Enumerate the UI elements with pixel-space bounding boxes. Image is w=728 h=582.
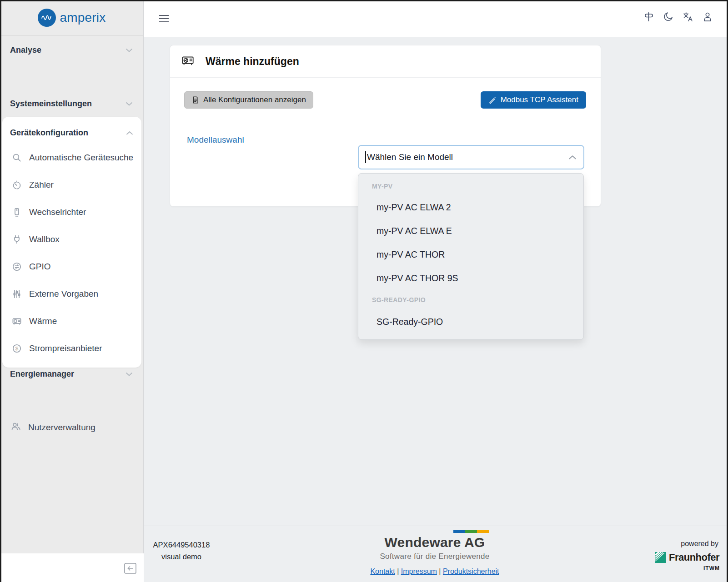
heatpump-icon [11, 316, 22, 327]
section-label: Gerätekonfiguration [10, 128, 88, 138]
arrow-left-square-icon [124, 562, 137, 574]
footer-links: Kontakt | Impressum | Produktsicherheit [367, 567, 503, 576]
card-actions: Alle Konfigurationen anzeigen Modbus TCP… [170, 78, 601, 109]
window-border-left [0, 0, 1, 582]
sidebar-item-label: Zähler [29, 180, 54, 190]
sidebar: amperix Analyse Systemeinstellungen Gerä… [0, 0, 144, 582]
chevron-up-icon [126, 131, 133, 135]
dark-mode-button[interactable] [663, 11, 674, 23]
sidebar-item-label: Nutzerverwaltung [28, 423, 95, 433]
heatpump-icon [181, 54, 195, 69]
inverter-icon [11, 207, 22, 218]
page-title: Wärme hinzufügen [206, 55, 299, 68]
plug-icon [11, 234, 22, 245]
wendeware-brand: Wendeware AG Software für die Energiewen… [367, 530, 503, 576]
company-tagline: Software für die Energiewende [367, 552, 503, 561]
dropdown-option[interactable]: my-PV AC THOR [358, 243, 583, 266]
modbus-tcp-assistant-button[interactable]: Modbus TCP Assistent [481, 91, 586, 109]
language-translate-icon [682, 11, 694, 23]
document-icon [191, 96, 200, 104]
window-border-top [0, 0, 728, 1]
sidebar-geraetekonfiguration-panel: Gerätekonfiguration Automatische Gerätes… [2, 117, 141, 368]
section-label: Systemeinstellungen [10, 99, 92, 109]
wand-icon [488, 96, 497, 104]
card-header: Wärme hinzufügen [170, 45, 601, 78]
topbar-actions [643, 11, 713, 23]
link-separator: | [397, 567, 399, 575]
model-select-input[interactable]: Wählen Sie ein Modell [358, 145, 584, 169]
collapse-sidebar-button[interactable] [124, 562, 137, 574]
sidebar-item-label: Wärme [29, 316, 57, 326]
language-button[interactable] [682, 11, 694, 23]
amperix-logo-icon [38, 9, 56, 27]
sidebar-section-geraetekonfiguration[interactable]: Gerätekonfiguration [2, 121, 141, 144]
sidebar-item-label: Automatische Gerätesuche [29, 153, 133, 163]
sidebar-item-wechselrichter[interactable]: Wechselrichter [2, 199, 141, 226]
app-logo-text: amperix [60, 10, 106, 25]
sliders-icon [11, 289, 22, 299]
hamburger-icon [159, 15, 169, 16]
device-id: APX6449540318 [153, 541, 210, 549]
model-select-dropdown: MY-PV my-PV AC ELWA 2 my-PV AC ELWA E my… [358, 173, 584, 340]
sidebar-item-automatische-geraetesuche[interactable]: Automatische Gerätesuche [2, 144, 141, 171]
sidebar-item-label: GPIO [29, 262, 51, 272]
signpost-button[interactable] [643, 11, 655, 23]
sidebar-item-label: Wallbox [29, 234, 60, 244]
topbar [144, 0, 728, 37]
dropdown-group-label: SG-READY-GPIO [358, 290, 583, 310]
link-separator: | [439, 567, 441, 575]
sidebar-item-label: Strompreisanbieter [29, 343, 102, 353]
fraunhofer-name: Fraunhofer [669, 552, 719, 563]
dropdown-option[interactable]: SG-Ready-GPIO [358, 310, 583, 333]
sidebar-item-externe-vorgaben[interactable]: Externe Vorgaben [2, 280, 141, 308]
wendeware-color-bar [453, 530, 489, 533]
sidebar-item-label: Externe Vorgaben [29, 289, 98, 299]
dropdown-option[interactable]: my-PV AC THOR 9S [358, 266, 583, 290]
show-all-configurations-button[interactable]: Alle Konfigurationen anzeigen [184, 91, 313, 109]
users-icon [10, 421, 21, 434]
section-label: Energiemanager [10, 369, 74, 379]
app-logo[interactable]: amperix [0, 0, 143, 36]
produktsicherheit-link[interactable]: Produktsicherheit [443, 567, 499, 575]
powered-by-text: powered by [668, 540, 718, 548]
dropdown-option[interactable]: my-PV AC ELWA 2 [358, 195, 583, 219]
model-selection-label: Modellauswahl [187, 129, 244, 145]
swap-arrows-icon [11, 261, 22, 272]
model-selection-row: Modellauswahl [170, 109, 601, 145]
sidebar-item-waerme[interactable]: Wärme [2, 308, 141, 335]
fraunhofer-logo-icon [655, 552, 666, 563]
sidebar-item-gpio[interactable]: GPIO [2, 253, 141, 280]
chevron-down-icon [126, 102, 132, 106]
price-icon: $ [11, 343, 22, 354]
sidebar-section-systemeinstellungen[interactable]: Systemeinstellungen [0, 95, 143, 112]
search-icon [11, 152, 22, 163]
meter-icon [11, 179, 22, 190]
section-label: Analyse [10, 45, 41, 55]
dropdown-group-label: MY-PV [358, 177, 583, 195]
company-name: Wendeware AG [367, 535, 503, 550]
sidebar-item-label: Wechselrichter [29, 207, 86, 217]
fraunhofer-institute: ITWM [703, 565, 720, 572]
account-person-icon [702, 11, 713, 23]
menu-toggle-button[interactable] [159, 13, 170, 24]
fraunhofer-logo: Fraunhofer [655, 552, 719, 563]
sidebar-section-analyse[interactable]: Analyse [0, 42, 143, 58]
svg-text:$: $ [15, 346, 19, 351]
model-select-value: Wählen Sie ein Modell [367, 152, 569, 162]
dark-mode-moon-icon [663, 11, 674, 23]
sidebar-item-nutzerverwaltung[interactable]: Nutzerverwaltung [0, 418, 143, 437]
impressum-link[interactable]: Impressum [401, 567, 437, 575]
device-info: APX6449540318 visual demo [153, 541, 210, 561]
sidebar-section-energiemanager[interactable]: Energiemanager [0, 366, 143, 382]
kontakt-link[interactable]: Kontakt [370, 567, 395, 575]
dropdown-option[interactable]: my-PV AC ELWA E [358, 219, 583, 243]
account-button[interactable] [702, 11, 713, 23]
signpost-icon [643, 11, 655, 23]
text-caret [365, 151, 366, 163]
sidebar-item-zaehler[interactable]: Zähler [2, 171, 141, 199]
device-mode: visual demo [153, 552, 210, 561]
sidebar-item-strompreisanbieter[interactable]: $ Strompreisanbieter [2, 335, 141, 362]
sidebar-item-wallbox[interactable]: Wallbox [2, 226, 141, 253]
chevron-down-icon [126, 372, 132, 376]
chevron-up-icon [569, 155, 576, 159]
